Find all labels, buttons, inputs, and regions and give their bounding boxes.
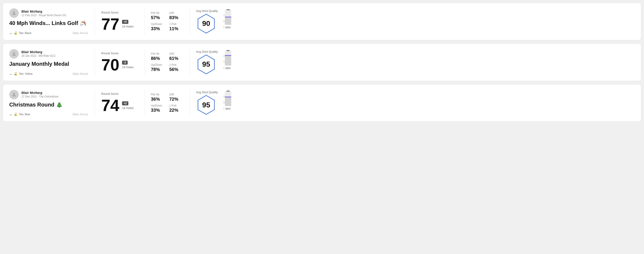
avg-shot-quality-label: Avg Shot Quality [196, 50, 218, 53]
tee-info: ☁ ⛳ Tee: Yellow [9, 72, 32, 75]
bar-chart-wrapper: 100 50 0 101 OTT 86 APP 96 ARG [223, 50, 628, 74]
round-score-section: Round Score 70 -2 18 Holes [95, 49, 144, 75]
score-badge-col: -2 18 Holes [122, 61, 134, 69]
round-title: 40 Mph Winds... Links Golf 🪃 [9, 20, 88, 26]
user-text: Blair McHarg 29 Jan 2022 · Mill Ride GCC [22, 50, 56, 57]
round-card: Blair McHarg 12 Feb 2022 · Royal North D… [3, 3, 641, 40]
bar-x-label: PUTT [225, 26, 231, 29]
avg-shot-quality-label: Avg Shot Quality [196, 91, 218, 94]
score-badge-col: +5 18 Holes [122, 20, 134, 28]
score-number: 74 [101, 97, 119, 114]
updown-value: 33% [151, 108, 165, 113]
data-source: Data: Arccos [73, 72, 88, 75]
card-footer: ☁ ⛳ Tee: Black Data: Arccos [9, 31, 88, 35]
holes-label: 18 Holes [122, 106, 134, 110]
fw-hit-value: 86% [151, 56, 165, 61]
updown-stat: Up/Down 78% [151, 63, 165, 72]
quality-score-col: Avg Shot Quality 95 [196, 50, 218, 75]
tee-label: Tee: Black [19, 31, 31, 35]
gir-value: 83% [170, 15, 184, 20]
avatar [9, 8, 19, 18]
quality-score-value: 95 [202, 60, 210, 68]
fw-hit-stat: FW Hit 36% [151, 93, 165, 102]
round-score-label: Round Score [101, 92, 138, 96]
user-text: Blair McHarg 12 Feb 2022 · Royal North D… [22, 9, 66, 17]
user-info: Blair McHarg 27 Dec 2021 · The Oxfordshi… [9, 90, 88, 99]
fw-hit-label: FW Hit [151, 11, 165, 15]
stats-grid: FW Hit 86% GIR 61% Up/Down 78% 1 Putt 56… [151, 52, 183, 72]
card-left-section: Blair McHarg 12 Feb 2022 · Royal North D… [9, 8, 95, 35]
svg-point-0 [13, 11, 15, 13]
score-badge-col: +2 18 Holes [122, 101, 134, 110]
bar-x-label: PUTT [225, 108, 231, 110]
shot-quality-section: Avg Shot Quality 95 100 50 0 101 OTT [190, 49, 635, 75]
svg-point-2 [13, 52, 15, 54]
bag-icon: ⛳ [14, 113, 17, 116]
card-left-section: Blair McHarg 27 Dec 2021 · The Oxfordshi… [9, 90, 95, 116]
stats-section: FW Hit 36% GIR 72% Up/Down 33% 1 Putt 22… [144, 90, 190, 116]
round-title: Christmas Round 🎄 [9, 102, 88, 108]
updown-value: 33% [151, 26, 165, 31]
gir-stat: GIR 72% [170, 93, 184, 102]
avg-shot-quality-label: Avg Shot Quality [196, 9, 218, 13]
updown-label: Up/Down [151, 104, 165, 107]
one-putt-value: 11% [170, 26, 184, 31]
stats-grid: FW Hit 57% GIR 83% Up/Down 33% 1 Putt 11… [151, 11, 183, 31]
user-name: Blair McHarg [22, 9, 66, 13]
avatar [9, 49, 19, 59]
cloud-icon: ☁ [9, 72, 12, 75]
round-score-section: Round Score 74 +2 18 Holes [95, 90, 144, 116]
fw-hit-value: 36% [151, 97, 165, 102]
bar-chart-wrapper: 100 50 0 110 OTT 87 APP 95 ARG [223, 91, 628, 115]
score-diff-badge: +2 [122, 101, 128, 105]
round-score-section: Round Score 77 +5 18 Holes [95, 8, 144, 35]
svg-point-4 [13, 93, 15, 95]
stats-section: FW Hit 86% GIR 61% Up/Down 78% 1 Putt 56… [144, 49, 190, 75]
updown-value: 78% [151, 67, 165, 72]
cloud-icon: ☁ [9, 113, 12, 116]
gir-value: 72% [170, 97, 184, 102]
tee-label: Tee: Blue [19, 113, 30, 116]
gir-stat: GIR 83% [170, 11, 184, 20]
one-putt-stat: 1 Putt 11% [170, 22, 184, 31]
round-score-label: Round Score [101, 11, 138, 14]
quality-score-col: Avg Shot Quality 95 [196, 91, 218, 115]
hex-score-container: 95 [196, 95, 218, 115]
bag-icon: ⛳ [14, 31, 17, 35]
hex-container: 95 [196, 54, 216, 75]
updown-label: Up/Down [151, 22, 165, 26]
user-date-course: 29 Jan 2022 · Mill Ride GCC [22, 54, 56, 57]
score-diff-badge: +5 [122, 20, 128, 24]
tee-info: ☁ ⛳ Tee: Blue [9, 113, 30, 116]
score-number: 77 [101, 16, 119, 32]
tee-info: ☁ ⛳ Tee: Black [9, 31, 31, 35]
shot-quality-section: Avg Shot Quality 90 100 50 0 107 OTT [190, 8, 635, 35]
round-card: Blair McHarg 27 Dec 2021 · The Oxfordshi… [3, 84, 641, 122]
gir-label: GIR [170, 11, 184, 15]
updown-stat: Up/Down 33% [151, 22, 165, 31]
card-footer: ☁ ⛳ Tee: Yellow Data: Arccos [9, 72, 88, 75]
card-left-section: Blair McHarg 29 Jan 2022 · Mill Ride GCC… [9, 49, 95, 75]
user-name: Blair McHarg [22, 91, 58, 95]
holes-label: 18 Holes [122, 66, 134, 69]
user-date-course: 12 Feb 2022 · Royal North Devon GC [22, 14, 66, 17]
score-row: 77 +5 18 Holes [101, 16, 138, 32]
one-putt-value: 22% [170, 108, 184, 113]
bar-chart-wrapper: 100 50 0 107 OTT 95 APP 98 ARG [223, 10, 628, 33]
one-putt-label: 1 Putt [170, 104, 184, 107]
one-putt-value: 56% [170, 67, 184, 72]
cloud-icon: ☁ [9, 31, 12, 35]
user-text: Blair McHarg 27 Dec 2021 · The Oxfordshi… [22, 91, 58, 98]
user-info: Blair McHarg 29 Jan 2022 · Mill Ride GCC [9, 49, 88, 59]
gir-label: GIR [170, 93, 184, 96]
fw-hit-stat: FW Hit 86% [151, 52, 165, 61]
updown-label: Up/Down [151, 63, 165, 66]
stats-section: FW Hit 57% GIR 83% Up/Down 33% 1 Putt 11… [144, 8, 190, 35]
quality-score-value: 90 [202, 19, 210, 28]
one-putt-label: 1 Putt [170, 22, 184, 26]
bar-x-label: PUTT [225, 67, 231, 70]
fw-hit-label: FW Hit [151, 93, 165, 96]
updown-stat: Up/Down 33% [151, 104, 165, 113]
user-name: Blair McHarg [22, 50, 56, 54]
user-info: Blair McHarg 12 Feb 2022 · Royal North D… [9, 8, 88, 18]
